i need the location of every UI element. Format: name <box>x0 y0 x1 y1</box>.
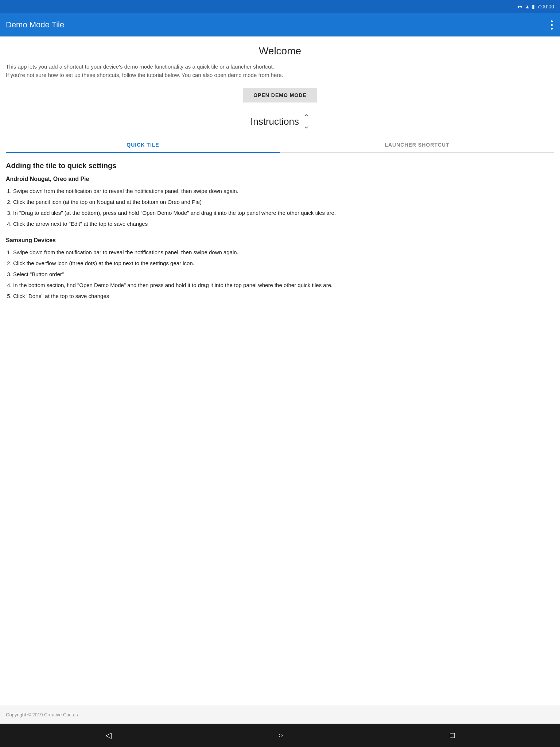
nougat-steps-list: Swipe down from the notification bar to … <box>13 187 554 228</box>
list-item: Click the pencil icon (at the top on Nou… <box>13 198 554 206</box>
instructions-header: Instructions ⌃⌄ <box>6 113 554 130</box>
instructions-title: Instructions <box>250 116 299 127</box>
toolbar-title: Demo Mode Tile <box>6 20 64 30</box>
list-item: Click the overflow icon (three dots) at … <box>13 259 554 268</box>
tab-launcher-shortcut[interactable]: LAUNCHER SHORTCUT <box>280 138 554 152</box>
signal-icon: ▲ <box>525 4 530 9</box>
copyright-text: Copyright © 2019 Creative Cactus <box>6 712 78 717</box>
footer: Copyright © 2019 Creative Cactus <box>0 705 560 724</box>
home-button[interactable]: ○ <box>278 731 283 740</box>
status-time: 7:00:00 <box>537 4 554 9</box>
welcome-description: This app lets you add a shortcut to your… <box>6 63 554 79</box>
list-item: In the bottom section, find "Open Demo M… <box>13 281 554 290</box>
tab-quick-tile[interactable]: QUICK TILE <box>6 138 280 152</box>
battery-icon: ▮ <box>532 4 535 9</box>
list-item: Swipe down from the notification bar to … <box>13 187 554 196</box>
welcome-title: Welcome <box>6 45 554 57</box>
samsung-steps-list: Swipe down from the notification bar to … <box>13 248 554 301</box>
nav-bar: ◁ ○ □ <box>0 724 560 747</box>
toolbar: Demo Mode Tile <box>0 13 560 36</box>
recents-button[interactable]: □ <box>450 731 455 740</box>
quick-tile-content: Adding the tile to quick settings Androi… <box>6 162 554 301</box>
expand-icon[interactable]: ⌃⌄ <box>303 113 310 130</box>
list-item: Click the arrow next to "Edit" at the to… <box>13 220 554 228</box>
status-icons: ▾▾ ▲ ▮ 7:00:00 <box>517 4 554 9</box>
section-title: Adding the tile to quick settings <box>6 162 554 170</box>
tabs-container: QUICK TILE LAUNCHER SHORTCUT <box>6 138 554 153</box>
list-item: Swipe down from the notification bar to … <box>13 248 554 257</box>
list-item: Click "Done" at the top to save changes <box>13 292 554 301</box>
main-content: Welcome This app lets you add a shortcut… <box>0 36 560 705</box>
open-demo-mode-button[interactable]: OPEN DEMO MODE <box>243 88 316 102</box>
list-item: Select "Button order" <box>13 270 554 279</box>
subsection-title-nougat: Android Nougat, Oreo and Pie <box>6 176 554 182</box>
more-options-button[interactable] <box>549 19 554 31</box>
wifi-icon: ▾▾ <box>517 4 522 9</box>
subsection-title-samsung: Samsung Devices <box>6 237 554 244</box>
back-button[interactable]: ◁ <box>105 731 112 740</box>
list-item: In "Drag to add tiles" (at the bottom), … <box>13 209 554 217</box>
status-bar: ▾▾ ▲ ▮ 7:00:00 <box>0 0 560 13</box>
